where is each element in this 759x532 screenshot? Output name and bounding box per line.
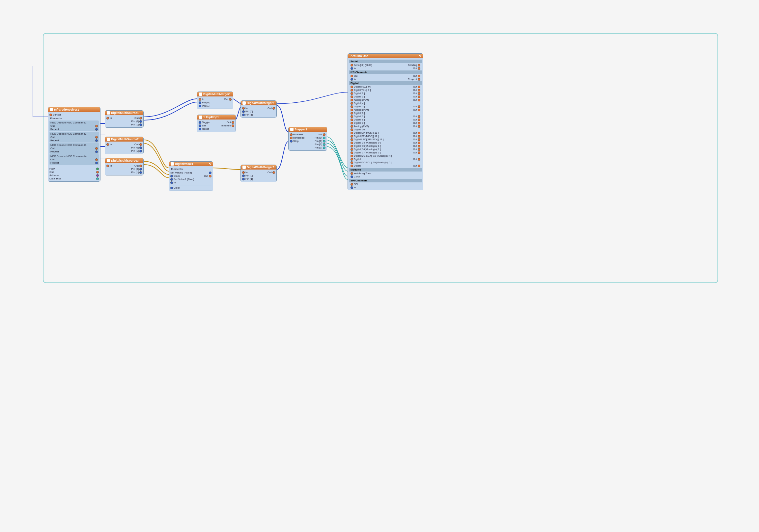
i2c-in-dot[interactable] bbox=[350, 75, 353, 77]
sensor-port-dot[interactable] bbox=[49, 114, 52, 116]
dmm3-pin1-dot[interactable] bbox=[242, 178, 245, 180]
serial0-out-dot[interactable] bbox=[418, 67, 420, 70]
dmm2-in-dot[interactable] bbox=[242, 107, 245, 110]
a4-out-dot[interactable] bbox=[418, 99, 420, 101]
digital-multi-merger3-node[interactable]: DigitalMultiMerger3 In Out Pin [0] bbox=[240, 165, 277, 182]
cmd1-repeat-dot[interactable] bbox=[95, 128, 98, 131]
a4-in-dot[interactable] bbox=[350, 99, 353, 101]
dms3-pin1-dot[interactable] bbox=[140, 171, 142, 174]
cmd4-out-dot[interactable] bbox=[95, 158, 98, 161]
stepper-step-dot[interactable] bbox=[290, 140, 293, 142]
d3-out-dot[interactable] bbox=[418, 95, 420, 98]
dtx1-in-dot[interactable] bbox=[350, 89, 353, 92]
datatype-dot[interactable] bbox=[96, 177, 99, 180]
d17-in-dot[interactable] bbox=[350, 151, 353, 154]
d4-in-dot[interactable] bbox=[350, 102, 353, 105]
ff-toggle-dot[interactable] bbox=[199, 121, 201, 124]
d16-in-dot[interactable] bbox=[350, 148, 353, 151]
d15-out-dot[interactable] bbox=[418, 145, 420, 147]
a6-in-dot[interactable] bbox=[350, 109, 353, 111]
cmd4-repeat-dot[interactable] bbox=[95, 162, 98, 164]
d18b-in-dot[interactable] bbox=[350, 158, 353, 161]
flipflop-node[interactable]: 1 FlipFlop1 Toggle Out Set Invert bbox=[197, 115, 236, 132]
stepper-pin3-dot[interactable] bbox=[323, 146, 326, 149]
dv-clock-dot[interactable] bbox=[170, 175, 173, 177]
dv-edit-icon[interactable]: ✎ bbox=[209, 163, 211, 166]
i2c-out-dot[interactable] bbox=[418, 75, 420, 77]
stepper-node[interactable]: Stepper1 Enabled Out Reversed Pin bbox=[288, 127, 327, 151]
dms3-out-dot[interactable] bbox=[140, 165, 142, 167]
dms3-pin0-dot[interactable] bbox=[140, 168, 142, 171]
digital-multi-merger1-node[interactable]: DigitalMultiMerger1 In Out Pin [0] bbox=[197, 92, 233, 109]
spi-mosi-in-dot[interactable] bbox=[350, 132, 353, 134]
d14-in-dot[interactable] bbox=[350, 141, 353, 144]
stepper-enabled-dot[interactable] bbox=[290, 133, 293, 136]
d15-in-dot[interactable] bbox=[350, 145, 353, 147]
dmm3-in-dot[interactable] bbox=[242, 171, 245, 174]
dmm1-pin0-dot[interactable] bbox=[199, 101, 201, 104]
arduino-edit-icon[interactable]: ✎ bbox=[419, 55, 421, 57]
stepper-out-dot[interactable] bbox=[323, 133, 326, 136]
serial0-in-dot[interactable] bbox=[350, 64, 353, 66]
a6-out-dot[interactable] bbox=[418, 109, 420, 111]
dv-out-dot[interactable] bbox=[209, 175, 212, 177]
dv-sv1-dot[interactable] bbox=[209, 171, 212, 174]
dms1-pin1-dot[interactable] bbox=[140, 124, 142, 126]
d8-out-dot[interactable] bbox=[418, 119, 420, 121]
dv-sv2-dot[interactable] bbox=[170, 178, 173, 181]
infrared-receiver-node[interactable]: InfraredReceiver1 Sensor Elements NEC De… bbox=[48, 107, 100, 182]
digital-multi-merger2-node[interactable]: DigitalMultiMerger2 In Out Pin [0] bbox=[240, 100, 277, 118]
dmm1-in-dot[interactable] bbox=[199, 98, 201, 101]
spi-miso-in-dot[interactable] bbox=[350, 135, 353, 137]
arduino-uno-node[interactable]: Arduino Uno ✎ Serial Serial[ 0 ] (9600) … bbox=[347, 53, 423, 190]
dmm1-out-dot[interactable] bbox=[229, 98, 232, 101]
d19-in-dot[interactable] bbox=[350, 161, 353, 164]
d7-in-dot[interactable] bbox=[350, 115, 353, 118]
serial0-in2-dot[interactable] bbox=[350, 67, 353, 70]
dms1-in-dot[interactable] bbox=[106, 117, 109, 120]
ff-reset-dot[interactable] bbox=[199, 128, 201, 131]
d9-out-dot[interactable] bbox=[418, 122, 420, 125]
ff-inverted-dot[interactable] bbox=[232, 125, 234, 127]
d19b-out-dot[interactable] bbox=[418, 165, 420, 167]
dms1-out-dot[interactable] bbox=[140, 117, 142, 120]
serial0-sending-dot[interactable] bbox=[418, 64, 420, 66]
a10-in-dot[interactable] bbox=[350, 125, 353, 128]
d5-in-dot[interactable] bbox=[350, 105, 353, 108]
stepper-pin0-dot[interactable] bbox=[323, 136, 326, 139]
digital-multi-source3-node[interactable]: DigitalMultiSource3 In Out Pin [0] bbox=[105, 158, 143, 175]
cmd1-out-dot[interactable] bbox=[95, 125, 98, 128]
d3-in-dot[interactable] bbox=[350, 95, 353, 98]
dmm3-pin0-dot[interactable] bbox=[242, 174, 245, 177]
dv-clock-bottom-dot[interactable] bbox=[170, 187, 173, 189]
address-dot[interactable] bbox=[96, 174, 99, 177]
ff-set-dot[interactable] bbox=[199, 125, 201, 127]
d17-out-dot[interactable] bbox=[418, 151, 420, 154]
raw-dot[interactable] bbox=[96, 168, 99, 170]
cmd2-repeat-dot[interactable] bbox=[95, 139, 98, 142]
d16-out-dot[interactable] bbox=[418, 148, 420, 151]
dmm2-pin0-dot[interactable] bbox=[242, 110, 245, 113]
dms2-in-dot[interactable] bbox=[106, 143, 109, 146]
d2-in-dot[interactable] bbox=[350, 92, 353, 95]
digital-multi-source2-node[interactable]: DigitalMultiSource2 In Out Pin [0] bbox=[105, 136, 143, 154]
d6-in-dot[interactable] bbox=[350, 112, 353, 115]
a10-out-dot[interactable] bbox=[418, 125, 420, 128]
dtx1-out-dot[interactable] bbox=[418, 89, 420, 92]
d5-out-dot[interactable] bbox=[418, 105, 420, 108]
led-sck-in-dot[interactable] bbox=[350, 138, 353, 141]
stepper-pin2-dot[interactable] bbox=[323, 143, 326, 146]
d19b-in-dot[interactable] bbox=[350, 165, 353, 167]
stepper-pin1-dot[interactable] bbox=[323, 140, 326, 142]
i2c-in2-dot[interactable] bbox=[350, 78, 353, 81]
d2-out-dot[interactable] bbox=[418, 92, 420, 95]
cmd2-out-dot[interactable] bbox=[95, 136, 98, 138]
dms1-pin0-dot[interactable] bbox=[140, 120, 142, 123]
dmm2-out-dot[interactable] bbox=[272, 107, 275, 110]
d10-in-dot[interactable] bbox=[350, 129, 353, 131]
drx0-out-dot[interactable] bbox=[418, 86, 420, 88]
digital-multi-source1-node[interactable]: DigitalMultiSource1 In Out Pin [0] bbox=[105, 110, 143, 128]
d9-in-dot[interactable] bbox=[350, 122, 353, 125]
drx0-in-dot[interactable] bbox=[350, 86, 353, 88]
ff-out-dot[interactable] bbox=[232, 121, 234, 124]
